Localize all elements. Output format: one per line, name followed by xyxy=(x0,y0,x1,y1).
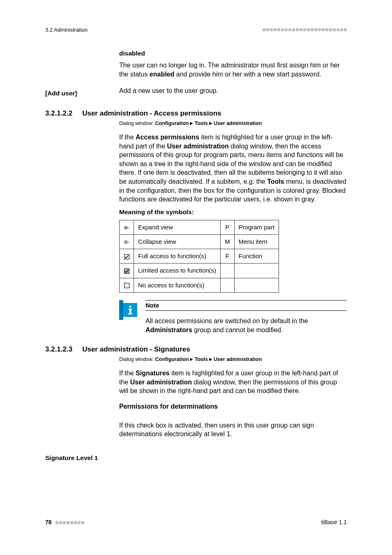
path-part: User administration xyxy=(214,120,262,126)
symbol-code: M xyxy=(221,234,235,249)
permissions-heading: Permissions for determinations xyxy=(119,402,347,411)
checkbox-none-icon xyxy=(120,278,134,292)
text-fragment: group and cannot be modified. xyxy=(192,326,283,333)
symbol-desc: No access to function(s) xyxy=(134,278,221,292)
symbols-table: Expand view P Program part Collapse view… xyxy=(119,220,279,293)
table-row: Expand view P Program part xyxy=(120,220,279,234)
symbol-right: Menu item xyxy=(234,234,279,249)
add-user-label: [Add user] xyxy=(45,89,115,98)
text-bold: User administration xyxy=(167,143,229,150)
path-part: Configuration xyxy=(155,356,189,362)
symbol-right: Function xyxy=(234,249,279,264)
symbol-code xyxy=(221,278,235,292)
text-fragment: If the xyxy=(119,134,136,141)
running-header: 3.2 Administration xyxy=(45,26,347,34)
collapse-icon xyxy=(120,234,134,249)
symbol-right: Program part xyxy=(234,220,279,234)
svg-rect-9 xyxy=(124,283,129,288)
text-fragment: Dialog window: xyxy=(119,120,155,126)
checkbox-full-icon xyxy=(120,249,134,264)
symbol-desc: Collapse view xyxy=(134,234,221,249)
table-row: Full access to function(s) F Function xyxy=(120,249,279,264)
text-bold: Tools xyxy=(267,178,284,185)
expand-icon xyxy=(120,220,134,234)
dialog-path-322: Dialog window: Configuration▶Tools▶User … xyxy=(119,120,347,127)
note-box: Note All access permissions are switched… xyxy=(119,300,347,337)
text-fragment: All access permissions are switched on b… xyxy=(145,317,308,324)
add-user-text: Add a new user to the user group. xyxy=(119,86,347,95)
triangle-icon: ▶ xyxy=(208,357,214,361)
page-footer: 78 tiBase 1.1 xyxy=(45,518,347,526)
status-disabled-text: The user can no longer log in. The admin… xyxy=(119,61,347,79)
section-322-paragraph: If the Access permissions item is highli… xyxy=(119,133,347,204)
svg-rect-13 xyxy=(128,313,132,314)
checkbox-limited-icon xyxy=(120,264,134,278)
section-title: User administration - Signatures xyxy=(82,345,190,354)
header-decoration xyxy=(263,28,347,31)
add-user-block: Add a new user to the user group. xyxy=(119,86,347,95)
text-bold-enabled: enabled xyxy=(150,71,174,78)
signature-level-block: If this check box is activated, then use… xyxy=(119,421,347,439)
text-bold: Signatures xyxy=(136,370,170,377)
svg-point-10 xyxy=(129,305,131,308)
section-number: 3.2.1.2.3 xyxy=(45,345,72,354)
symbol-desc: Expand view xyxy=(134,220,221,234)
triangle-icon: ▶ xyxy=(189,357,194,361)
section-323-paragraph: If the Signatures item is highlighted fo… xyxy=(119,369,347,395)
symbol-code: P xyxy=(221,220,235,234)
signature-level-text: If this check box is activated, then use… xyxy=(119,421,347,439)
note-label: Note xyxy=(145,300,347,311)
symbol-desc: Full access to function(s) xyxy=(134,249,221,264)
section-number: 3.2.1.2.2 xyxy=(45,109,72,118)
table-row: Limited access to function(s) xyxy=(120,264,279,278)
note-text: All access permissions are switched on b… xyxy=(145,317,347,334)
text-bold: User administration xyxy=(130,379,192,386)
section-title: User administration - Access permissions xyxy=(82,109,221,118)
text-fragment: Dialog window: xyxy=(119,356,155,362)
header-section-label: 3.2 Administration xyxy=(45,26,88,34)
status-disabled-block: disabled The user can no longer log in. … xyxy=(119,49,347,79)
path-part: Tools xyxy=(194,120,208,126)
info-icon xyxy=(119,300,137,320)
table-row: No access to function(s) xyxy=(120,278,279,292)
path-part: User administration xyxy=(214,356,262,362)
meaning-heading: Meaning of the symbols: xyxy=(119,208,347,217)
footer-decoration xyxy=(55,521,84,524)
signature-level-label: Signature Level 1 xyxy=(45,454,115,462)
symbol-code xyxy=(221,264,235,278)
path-part: Configuration xyxy=(155,120,189,126)
symbol-code: F xyxy=(221,249,235,264)
text-bold: Access permissions xyxy=(136,134,199,141)
table-row: Collapse view M Menu item xyxy=(120,234,279,249)
symbol-right xyxy=(234,264,279,278)
section-323-heading: 3.2.1.2.3 User administration - Signatur… xyxy=(45,345,347,354)
page-number: 78 xyxy=(45,518,52,526)
path-part: Tools xyxy=(194,356,208,362)
text-fragment: If the xyxy=(119,370,136,377)
symbol-right xyxy=(234,278,279,292)
footer-product: tiBase 1.1 xyxy=(321,518,347,526)
triangle-icon: ▶ xyxy=(189,121,194,125)
symbol-desc: Limited access to function(s) xyxy=(134,264,221,278)
triangle-icon: ▶ xyxy=(208,121,214,125)
dialog-path-323: Dialog window: Configuration▶Tools▶User … xyxy=(119,356,347,363)
section-322-heading: 3.2.1.2.2 User administration - Access p… xyxy=(45,109,347,118)
status-disabled-heading: disabled xyxy=(119,49,347,58)
text-bold: Administrators xyxy=(145,326,192,333)
text-fragment: and provide him or her with a new start … xyxy=(174,71,321,78)
